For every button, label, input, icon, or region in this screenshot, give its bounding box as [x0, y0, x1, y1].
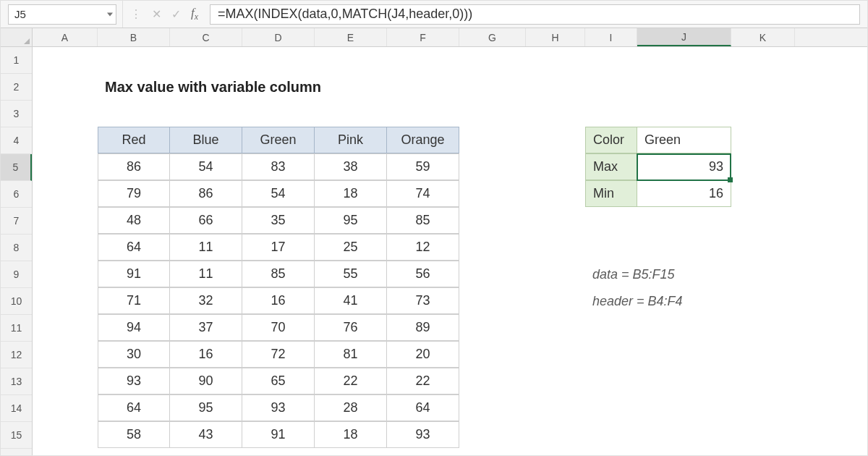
cell-A15[interactable]: [33, 422, 98, 449]
table-header-green[interactable]: Green: [242, 127, 315, 153]
cell-B1[interactable]: [98, 47, 170, 74]
table-cell[interactable]: 25: [315, 234, 387, 261]
cell-K3[interactable]: [731, 101, 795, 127]
cell-K6[interactable]: [731, 181, 795, 208]
cell-A13[interactable]: [33, 368, 98, 395]
row-header-3[interactable]: 3: [1, 101, 32, 127]
cancel-icon[interactable]: [152, 7, 161, 21]
name-box-dropdown-icon[interactable]: [107, 12, 113, 16]
table-header-red[interactable]: Red: [98, 127, 170, 153]
cell-H11[interactable]: [526, 315, 585, 342]
cell-G1[interactable]: [459, 47, 526, 74]
row-header-8[interactable]: 8: [1, 235, 32, 261]
cell-E2[interactable]: [315, 74, 387, 101]
table-cell[interactable]: 91: [98, 261, 170, 287]
cell-I2[interactable]: [585, 74, 637, 101]
column-header-J[interactable]: J: [637, 28, 731, 46]
cell-A10[interactable]: [33, 288, 98, 315]
enter-icon[interactable]: [171, 7, 181, 21]
cell-K11[interactable]: [731, 315, 795, 342]
table-cell[interactable]: 83: [242, 153, 315, 180]
row-header-15[interactable]: 15: [1, 422, 32, 449]
cell-A8[interactable]: [33, 235, 98, 261]
table-cell[interactable]: 95: [315, 207, 387, 234]
cell-G2[interactable]: [459, 74, 526, 101]
table-cell[interactable]: 58: [98, 421, 170, 448]
cell-I12[interactable]: [585, 342, 637, 368]
cell-H13[interactable]: [526, 368, 585, 395]
cell-J1[interactable]: [637, 47, 731, 74]
table-cell[interactable]: 11: [170, 261, 242, 287]
row-header-2[interactable]: 2: [1, 74, 32, 101]
cell-E3[interactable]: [315, 101, 387, 127]
table-header-orange[interactable]: Orange: [387, 127, 459, 153]
cell-H6[interactable]: [526, 181, 585, 208]
cell-H5[interactable]: [526, 154, 585, 181]
table-cell[interactable]: 11: [170, 234, 242, 261]
name-box[interactable]: J5: [8, 4, 116, 25]
cell-H15[interactable]: [526, 422, 585, 449]
cell-G14[interactable]: [459, 395, 526, 422]
cell-J13[interactable]: [637, 368, 731, 395]
cell-A7[interactable]: [33, 208, 98, 235]
table-cell[interactable]: 41: [315, 287, 387, 314]
cell-C3[interactable]: [170, 101, 242, 127]
cell-A14[interactable]: [33, 395, 98, 422]
row-header-12[interactable]: 12: [1, 342, 32, 368]
column-header-I[interactable]: I: [585, 28, 637, 46]
cell-G13[interactable]: [459, 368, 526, 395]
cell-G5[interactable]: [459, 154, 526, 181]
cell-E1[interactable]: [315, 47, 387, 74]
formula-bar-resize-icon[interactable]: [130, 7, 142, 21]
cell-H4[interactable]: [526, 127, 585, 154]
cell-C1[interactable]: [170, 47, 242, 74]
cell-A12[interactable]: [33, 342, 98, 368]
cell-A2[interactable]: [33, 74, 98, 101]
cell-H7[interactable]: [526, 208, 585, 235]
table-cell[interactable]: 74: [387, 180, 459, 207]
table-cell[interactable]: 73: [387, 287, 459, 314]
cell-J11[interactable]: [637, 315, 731, 342]
table-cell[interactable]: 22: [315, 368, 387, 394]
row-header-6[interactable]: 6: [1, 181, 32, 208]
select-all-corner[interactable]: [1, 28, 33, 46]
table-cell[interactable]: 93: [98, 368, 170, 394]
row-header-4[interactable]: 4: [1, 127, 32, 154]
cell-K8[interactable]: [731, 235, 795, 261]
table-cell[interactable]: 16: [170, 341, 242, 368]
table-cell[interactable]: 59: [387, 153, 459, 180]
column-header-B[interactable]: B: [98, 28, 170, 46]
cell-K9[interactable]: [731, 261, 795, 288]
table-cell[interactable]: 70: [242, 314, 315, 341]
lookup-color-value[interactable]: Green: [637, 127, 731, 153]
column-header-G[interactable]: G: [459, 28, 526, 46]
cell-I1[interactable]: [585, 47, 637, 74]
table-cell[interactable]: 37: [170, 314, 242, 341]
row-header-1[interactable]: 1: [1, 47, 32, 74]
cell-G9[interactable]: [459, 261, 526, 288]
cell-K1[interactable]: [731, 47, 795, 74]
cell-A1[interactable]: [33, 47, 98, 74]
cell-J9[interactable]: [637, 261, 731, 288]
column-header-A[interactable]: A: [33, 28, 98, 46]
cell-I13[interactable]: [585, 368, 637, 395]
cell-G3[interactable]: [459, 101, 526, 127]
table-cell[interactable]: 89: [387, 314, 459, 341]
table-cell[interactable]: 54: [170, 153, 242, 180]
table-cell[interactable]: 72: [242, 341, 315, 368]
cell-I11[interactable]: [585, 315, 637, 342]
cell-G6[interactable]: [459, 181, 526, 208]
cell-F2[interactable]: [387, 74, 459, 101]
cell-J3[interactable]: [637, 101, 731, 127]
worksheet[interactable]: Max value with variable columnRedBlueGre…: [33, 47, 867, 455]
cell-K12[interactable]: [731, 342, 795, 368]
cell-J7[interactable]: [637, 208, 731, 235]
cell-H8[interactable]: [526, 235, 585, 261]
table-cell[interactable]: 18: [315, 421, 387, 448]
table-cell[interactable]: 91: [242, 421, 315, 448]
cell-G11[interactable]: [459, 315, 526, 342]
cell-D3[interactable]: [242, 101, 315, 127]
cell-D1[interactable]: [242, 47, 315, 74]
cell-C2[interactable]: [170, 74, 242, 101]
cell-I7[interactable]: [585, 208, 637, 235]
